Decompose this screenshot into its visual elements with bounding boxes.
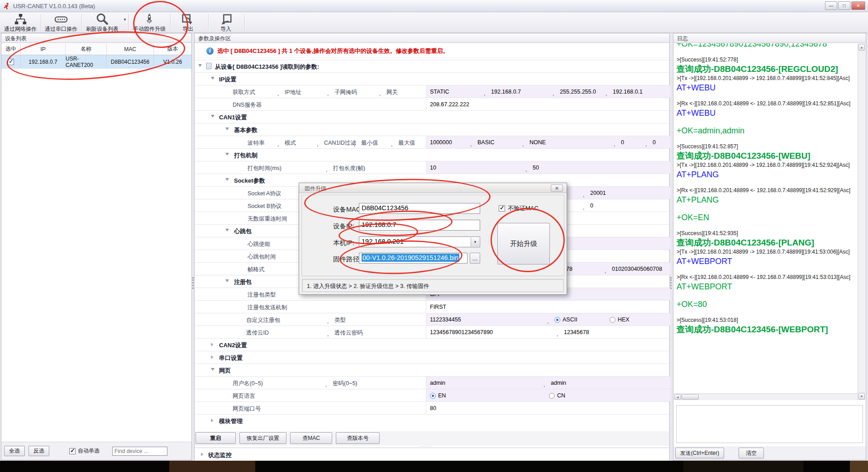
log-entry-meta: >[Success][19:41:52:935] — [677, 230, 857, 237]
dialog-title-bar[interactable]: 固件升级 ✕ — [299, 183, 567, 193]
param-value[interactable]: NONE — [529, 139, 546, 146]
send-button[interactable]: 发送(Ctrl+Enter) — [675, 448, 724, 458]
log-send-input[interactable] — [676, 405, 863, 443]
param-value[interactable]: 80 — [430, 405, 436, 411]
radio-en[interactable]: EN — [430, 392, 446, 399]
device-row[interactable]: 192.168.0.7 USR-CANET200 D8B04C123456 V1… — [1, 55, 191, 69]
separator: , — [327, 90, 329, 97]
start-upgrade-button[interactable]: 开始升级 — [497, 223, 550, 264]
param-value[interactable]: 0 — [621, 139, 624, 146]
expand-icon[interactable] — [225, 279, 229, 282]
no-verify-mac-checkbox[interactable] — [499, 205, 505, 212]
local-ip-combobox[interactable]: 192.168.0.201 ▼ — [359, 236, 480, 247]
param-value[interactable]: 0 — [653, 139, 656, 146]
tree-root-row[interactable]: 从设备[ D8B04C123456 ]读取到的参数: — [195, 60, 669, 72]
toolbar-button-manual-upgrade[interactable]: 手动固件升级 — [129, 13, 169, 32]
param-value[interactable]: 50 — [533, 165, 539, 171]
param-value[interactable]: 20001 — [590, 190, 606, 196]
invert-select-button[interactable]: 反选 — [29, 446, 49, 456]
param-group-serial-settings[interactable]: 串口设置 — [195, 351, 669, 363]
param-value[interactable]: 12345678901234567890 — [430, 329, 493, 335]
param-group-can2-settings[interactable]: CAN2设置 — [195, 338, 669, 351]
expand-icon[interactable] — [211, 368, 215, 371]
select-all-button[interactable]: 全选 — [4, 446, 25, 456]
expand-icon[interactable] — [211, 355, 214, 359]
param-group-webpage[interactable]: 网页 — [195, 363, 669, 376]
param-value[interactable]: 0 — [590, 203, 593, 209]
minimize-button[interactable]: — — [825, 1, 837, 10]
toolbar-button-refresh-list[interactable]: 刷新设备列表 — [82, 13, 122, 32]
param-group-ip-settings[interactable]: IP设置 — [195, 72, 669, 85]
query-version-button[interactable]: 查版本号 — [336, 432, 380, 444]
query-mac-button[interactable]: 查MAC — [290, 432, 332, 444]
log-vertical-scrollbar[interactable]: ▲ ▼ — [858, 43, 865, 400]
scrollbar-thumb[interactable] — [682, 394, 699, 400]
scroll-left-icon[interactable]: ◄ — [674, 394, 681, 400]
browse-button[interactable]: … — [470, 253, 480, 264]
device-mac-field[interactable]: D8B04C123456 — [359, 203, 480, 214]
param-value[interactable]: admin — [430, 380, 445, 386]
expand-icon[interactable] — [198, 64, 202, 67]
param-value[interactable]: 12345678 — [564, 329, 589, 335]
log-entry-meta: >[Tx ->][192.168.0.201:48899 -> 192.168.… — [677, 248, 857, 256]
separator: , — [544, 382, 545, 388]
toolbar-button-serial-op[interactable]: 通过串口操作 — [42, 13, 81, 32]
param-group-packing[interactable]: 打包机制 — [195, 148, 669, 161]
param-value[interactable]: BASIC — [477, 139, 495, 146]
no-verify-mac-option[interactable]: 不验证MAC — [499, 204, 539, 212]
toolbar-button-import[interactable]: 导入 — [209, 13, 243, 32]
auto-single-checkbox[interactable] — [69, 448, 76, 454]
separator: , — [557, 331, 558, 337]
param-group-can1-settings[interactable]: CAN1设置 — [195, 110, 669, 123]
expand-icon[interactable] — [225, 153, 229, 156]
param-value[interactable]: admin — [551, 380, 566, 386]
expand-icon[interactable] — [211, 115, 215, 118]
radio-hex[interactable]: HEX — [610, 316, 630, 323]
status-monitor-expand-icon[interactable] — [201, 453, 204, 456]
expand-icon[interactable] — [211, 77, 215, 80]
param-value[interactable]: 78 — [566, 266, 572, 272]
log-horizontal-scrollbar[interactable]: ◄ — [674, 393, 858, 400]
param-label: Socket B协议 — [248, 203, 281, 210]
expand-icon[interactable] — [225, 178, 229, 181]
device-ip-field[interactable]: 192.168.0.7 — [359, 220, 480, 231]
firmware-path-field[interactable]: 00-V1.0.26-20190529151246.bin — [359, 253, 467, 264]
param-value[interactable]: 192.168.0.7 — [491, 89, 521, 95]
radio-cn[interactable]: CN — [549, 392, 565, 399]
toolbar-button-export[interactable]: 导出 — [171, 13, 205, 32]
device-row-checkbox[interactable] — [8, 59, 14, 65]
expand-icon[interactable] — [211, 343, 214, 346]
param-label: 帧格式 — [248, 266, 265, 274]
status-monitor-section[interactable]: 状态监控 — [195, 448, 669, 461]
param-value[interactable]: 208.67.222.222 — [430, 101, 469, 108]
dialog-close-icon[interactable]: ✕ — [551, 184, 563, 192]
param-value[interactable]: 1122334455 — [430, 316, 461, 323]
scroll-up-icon[interactable]: ▲ — [858, 44, 865, 51]
restart-button[interactable]: 重启 — [196, 432, 236, 444]
param-value[interactable]: 0102030405060708 — [612, 266, 662, 272]
param-value[interactable]: 192.168.0.1 — [613, 89, 643, 95]
param-value[interactable]: 255.255.255.0 — [560, 89, 596, 95]
toolbar-button-network-op[interactable]: 通过网络操作 — [1, 13, 40, 32]
clear-button[interactable]: 清空 — [739, 448, 764, 458]
expand-icon[interactable] — [225, 127, 229, 130]
expand-icon[interactable] — [211, 419, 214, 422]
refresh-dropdown-icon[interactable]: ▼ — [123, 18, 127, 22]
close-button[interactable]: ✕ — [851, 1, 865, 10]
expand-icon[interactable] — [225, 229, 229, 231]
splitter-right[interactable] — [670, 33, 673, 460]
param-value[interactable]: STATIC — [430, 89, 449, 95]
param-group-basic-params[interactable]: 基本参数 — [195, 123, 669, 136]
maximize-button[interactable]: □ — [838, 1, 850, 10]
radio-ascii[interactable]: ASCII — [554, 316, 577, 323]
combo-dropdown-icon[interactable]: ▼ — [471, 237, 479, 246]
param-value[interactable]: 10 — [430, 165, 436, 171]
param-group-module-mgmt[interactable]: 模块管理 — [195, 414, 669, 427]
radio-label: EN — [438, 392, 446, 399]
scroll-down-icon[interactable]: ▼ — [858, 393, 865, 400]
param-value[interactable]: 1000000 — [430, 139, 452, 146]
find-device-input[interactable] — [112, 447, 167, 456]
param-value[interactable]: FIRST — [430, 304, 446, 310]
device-mac: D8B04C123456 — [107, 55, 154, 68]
factory-reset-button[interactable]: 恢复出厂设置 — [239, 432, 286, 444]
